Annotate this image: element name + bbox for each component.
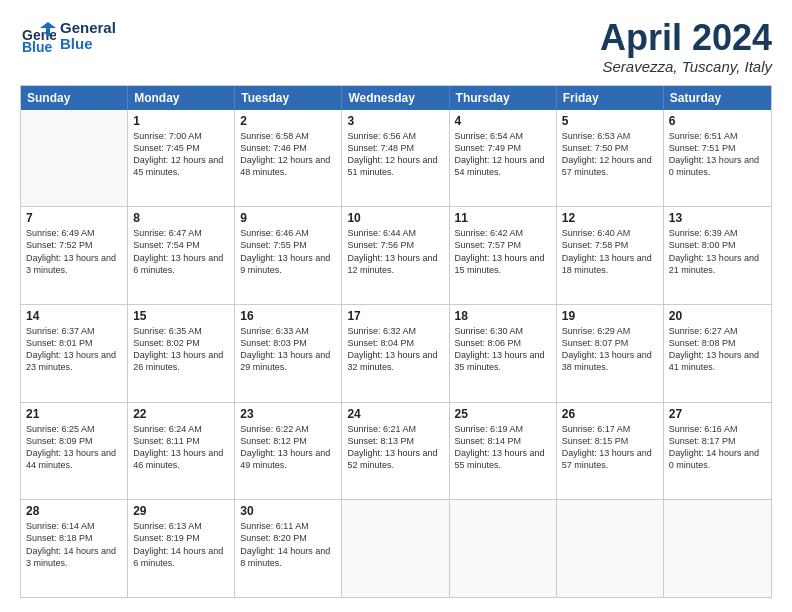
day-info: Sunrise: 6:16 AM Sunset: 8:17 PM Dayligh…: [669, 423, 766, 472]
empty-cell: [21, 110, 128, 207]
calendar-day-11: 11Sunrise: 6:42 AM Sunset: 7:57 PM Dayli…: [450, 207, 557, 304]
logo: General Blue General Blue: [20, 18, 116, 54]
calendar-week-1: 1Sunrise: 7:00 AM Sunset: 7:45 PM Daylig…: [21, 110, 771, 208]
day-of-week-saturday: Saturday: [664, 86, 771, 110]
day-number: 16: [240, 309, 336, 323]
calendar-header: SundayMondayTuesdayWednesdayThursdayFrid…: [21, 86, 771, 110]
day-number: 21: [26, 407, 122, 421]
calendar-day-14: 14Sunrise: 6:37 AM Sunset: 8:01 PM Dayli…: [21, 305, 128, 402]
day-number: 13: [669, 211, 766, 225]
day-number: 22: [133, 407, 229, 421]
day-of-week-sunday: Sunday: [21, 86, 128, 110]
day-info: Sunrise: 6:11 AM Sunset: 8:20 PM Dayligh…: [240, 520, 336, 569]
day-info: Sunrise: 6:54 AM Sunset: 7:49 PM Dayligh…: [455, 130, 551, 179]
logo-general: General: [60, 20, 116, 37]
day-info: Sunrise: 6:42 AM Sunset: 7:57 PM Dayligh…: [455, 227, 551, 276]
empty-cell: [450, 500, 557, 597]
day-number: 8: [133, 211, 229, 225]
day-info: Sunrise: 6:22 AM Sunset: 8:12 PM Dayligh…: [240, 423, 336, 472]
day-number: 4: [455, 114, 551, 128]
day-number: 30: [240, 504, 336, 518]
day-info: Sunrise: 6:53 AM Sunset: 7:50 PM Dayligh…: [562, 130, 658, 179]
day-info: Sunrise: 6:37 AM Sunset: 8:01 PM Dayligh…: [26, 325, 122, 374]
calendar-day-29: 29Sunrise: 6:13 AM Sunset: 8:19 PM Dayli…: [128, 500, 235, 597]
calendar-day-13: 13Sunrise: 6:39 AM Sunset: 8:00 PM Dayli…: [664, 207, 771, 304]
day-number: 1: [133, 114, 229, 128]
calendar-day-19: 19Sunrise: 6:29 AM Sunset: 8:07 PM Dayli…: [557, 305, 664, 402]
day-number: 10: [347, 211, 443, 225]
calendar-day-25: 25Sunrise: 6:19 AM Sunset: 8:14 PM Dayli…: [450, 403, 557, 500]
day-info: Sunrise: 6:35 AM Sunset: 8:02 PM Dayligh…: [133, 325, 229, 374]
calendar-day-7: 7Sunrise: 6:49 AM Sunset: 7:52 PM Daylig…: [21, 207, 128, 304]
day-info: Sunrise: 6:21 AM Sunset: 8:13 PM Dayligh…: [347, 423, 443, 472]
calendar-day-26: 26Sunrise: 6:17 AM Sunset: 8:15 PM Dayli…: [557, 403, 664, 500]
day-number: 17: [347, 309, 443, 323]
day-number: 9: [240, 211, 336, 225]
calendar-day-28: 28Sunrise: 6:14 AM Sunset: 8:18 PM Dayli…: [21, 500, 128, 597]
day-of-week-thursday: Thursday: [450, 86, 557, 110]
day-info: Sunrise: 6:58 AM Sunset: 7:46 PM Dayligh…: [240, 130, 336, 179]
day-of-week-friday: Friday: [557, 86, 664, 110]
calendar-day-22: 22Sunrise: 6:24 AM Sunset: 8:11 PM Dayli…: [128, 403, 235, 500]
empty-cell: [557, 500, 664, 597]
day-info: Sunrise: 6:19 AM Sunset: 8:14 PM Dayligh…: [455, 423, 551, 472]
day-info: Sunrise: 6:32 AM Sunset: 8:04 PM Dayligh…: [347, 325, 443, 374]
day-number: 14: [26, 309, 122, 323]
day-number: 11: [455, 211, 551, 225]
calendar-week-2: 7Sunrise: 6:49 AM Sunset: 7:52 PM Daylig…: [21, 207, 771, 305]
day-number: 19: [562, 309, 658, 323]
day-number: 20: [669, 309, 766, 323]
day-info: Sunrise: 6:17 AM Sunset: 8:15 PM Dayligh…: [562, 423, 658, 472]
day-info: Sunrise: 6:24 AM Sunset: 8:11 PM Dayligh…: [133, 423, 229, 472]
svg-text:Blue: Blue: [22, 39, 53, 54]
logo-blue: Blue: [60, 36, 116, 53]
day-number: 15: [133, 309, 229, 323]
calendar-week-3: 14Sunrise: 6:37 AM Sunset: 8:01 PM Dayli…: [21, 305, 771, 403]
day-number: 18: [455, 309, 551, 323]
calendar-day-10: 10Sunrise: 6:44 AM Sunset: 7:56 PM Dayli…: [342, 207, 449, 304]
day-number: 23: [240, 407, 336, 421]
day-info: Sunrise: 6:13 AM Sunset: 8:19 PM Dayligh…: [133, 520, 229, 569]
day-number: 6: [669, 114, 766, 128]
day-info: Sunrise: 7:00 AM Sunset: 7:45 PM Dayligh…: [133, 130, 229, 179]
calendar-day-24: 24Sunrise: 6:21 AM Sunset: 8:13 PM Dayli…: [342, 403, 449, 500]
day-info: Sunrise: 6:46 AM Sunset: 7:55 PM Dayligh…: [240, 227, 336, 276]
day-number: 27: [669, 407, 766, 421]
day-of-week-monday: Monday: [128, 86, 235, 110]
calendar-day-20: 20Sunrise: 6:27 AM Sunset: 8:08 PM Dayli…: [664, 305, 771, 402]
calendar-day-30: 30Sunrise: 6:11 AM Sunset: 8:20 PM Dayli…: [235, 500, 342, 597]
calendar-day-8: 8Sunrise: 6:47 AM Sunset: 7:54 PM Daylig…: [128, 207, 235, 304]
calendar-day-12: 12Sunrise: 6:40 AM Sunset: 7:58 PM Dayli…: [557, 207, 664, 304]
day-info: Sunrise: 6:30 AM Sunset: 8:06 PM Dayligh…: [455, 325, 551, 374]
day-number: 7: [26, 211, 122, 225]
calendar-day-18: 18Sunrise: 6:30 AM Sunset: 8:06 PM Dayli…: [450, 305, 557, 402]
day-of-week-tuesday: Tuesday: [235, 86, 342, 110]
logo-icon: General Blue: [20, 18, 56, 54]
empty-cell: [664, 500, 771, 597]
calendar-day-6: 6Sunrise: 6:51 AM Sunset: 7:51 PM Daylig…: [664, 110, 771, 207]
day-info: Sunrise: 6:49 AM Sunset: 7:52 PM Dayligh…: [26, 227, 122, 276]
calendar-day-9: 9Sunrise: 6:46 AM Sunset: 7:55 PM Daylig…: [235, 207, 342, 304]
day-number: 29: [133, 504, 229, 518]
day-number: 12: [562, 211, 658, 225]
calendar-day-17: 17Sunrise: 6:32 AM Sunset: 8:04 PM Dayli…: [342, 305, 449, 402]
day-info: Sunrise: 6:39 AM Sunset: 8:00 PM Dayligh…: [669, 227, 766, 276]
day-number: 2: [240, 114, 336, 128]
day-info: Sunrise: 6:27 AM Sunset: 8:08 PM Dayligh…: [669, 325, 766, 374]
calendar-day-5: 5Sunrise: 6:53 AM Sunset: 7:50 PM Daylig…: [557, 110, 664, 207]
calendar-day-3: 3Sunrise: 6:56 AM Sunset: 7:48 PM Daylig…: [342, 110, 449, 207]
day-info: Sunrise: 6:33 AM Sunset: 8:03 PM Dayligh…: [240, 325, 336, 374]
day-number: 3: [347, 114, 443, 128]
day-info: Sunrise: 6:14 AM Sunset: 8:18 PM Dayligh…: [26, 520, 122, 569]
calendar-day-1: 1Sunrise: 7:00 AM Sunset: 7:45 PM Daylig…: [128, 110, 235, 207]
header: General Blue General Blue April 2024 Ser…: [20, 18, 772, 75]
location: Seravezza, Tuscany, Italy: [600, 58, 772, 75]
month-title: April 2024: [600, 18, 772, 58]
day-info: Sunrise: 6:29 AM Sunset: 8:07 PM Dayligh…: [562, 325, 658, 374]
day-info: Sunrise: 6:56 AM Sunset: 7:48 PM Dayligh…: [347, 130, 443, 179]
calendar-day-23: 23Sunrise: 6:22 AM Sunset: 8:12 PM Dayli…: [235, 403, 342, 500]
calendar-day-15: 15Sunrise: 6:35 AM Sunset: 8:02 PM Dayli…: [128, 305, 235, 402]
day-info: Sunrise: 6:25 AM Sunset: 8:09 PM Dayligh…: [26, 423, 122, 472]
calendar-body: 1Sunrise: 7:00 AM Sunset: 7:45 PM Daylig…: [21, 110, 771, 597]
day-of-week-wednesday: Wednesday: [342, 86, 449, 110]
